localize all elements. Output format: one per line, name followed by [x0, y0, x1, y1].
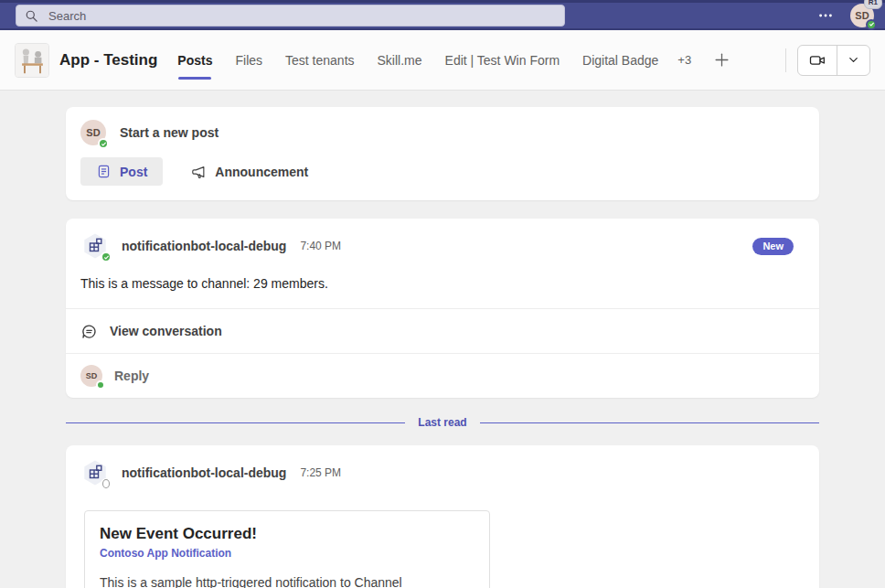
add-tab-button[interactable] — [714, 52, 730, 68]
card-body: This is a sample http-triggered notifica… — [100, 575, 474, 588]
chevron-down-icon — [847, 53, 860, 67]
start-new-post[interactable]: SD Start a new post — [80, 120, 805, 145]
meet-dropdown-button[interactable] — [837, 46, 869, 75]
meet-split-button — [797, 45, 870, 76]
view-conversation-label: View conversation — [110, 324, 222, 338]
author-name[interactable]: notificationbot-local-debug — [122, 465, 286, 480]
header-divider — [785, 48, 786, 72]
posts-feed: SD Start a new post Post Announ — [0, 91, 885, 588]
presence-available-icon — [98, 138, 109, 149]
tab-skill-me[interactable]: Skill.me — [378, 53, 422, 68]
plus-icon — [714, 52, 730, 68]
video-camera-icon — [808, 51, 826, 69]
last-read-divider: Last read — [66, 416, 819, 429]
team-avatar-image — [16, 44, 48, 77]
top-bar: SD R1 — [0, 0, 885, 30]
tab-digital-badge[interactable]: Digital Badge — [582, 53, 658, 68]
bot-avatar[interactable] — [80, 231, 110, 261]
view-conversation-button[interactable]: View conversation — [66, 309, 819, 353]
channel-header: App - Testing Posts Files Test tenants S… — [0, 30, 885, 91]
more-options-button[interactable] — [816, 5, 836, 26]
avatar-initials: SD — [855, 10, 869, 21]
divider-line — [480, 422, 819, 423]
timestamp: 7:40 PM — [300, 240, 341, 252]
card-title: New Event Occurred! — [100, 525, 474, 543]
megaphone-icon — [190, 164, 207, 180]
presence-unknown-icon — [101, 478, 112, 489]
author-name[interactable]: notificationbot-local-debug — [122, 239, 286, 253]
timestamp: 7:25 PM — [300, 466, 341, 479]
last-read-label: Last read — [418, 416, 466, 429]
post-type-button[interactable]: Post — [80, 157, 163, 186]
compose-prompt: Start a new post — [120, 125, 219, 140]
avatar-initials: SD — [86, 371, 98, 380]
chat-bubble-icon — [80, 323, 98, 340]
compose-avatar: SD — [80, 120, 106, 145]
post-message: This is a message to channel: 29 members… — [66, 261, 819, 308]
avatar-initials: SD — [86, 127, 100, 138]
more-icon — [817, 7, 834, 24]
presence-available-icon — [101, 251, 112, 262]
reply-avatar: SD — [80, 365, 102, 387]
presence-available-icon — [866, 19, 877, 30]
tab-bar: Posts Files Test tenants Skill.me Edit |… — [177, 52, 730, 68]
search-box[interactable] — [16, 5, 565, 27]
reply-label: Reply — [114, 369, 149, 383]
tab-test-tenants[interactable]: Test tenants — [285, 53, 355, 68]
presence-available-icon — [96, 380, 105, 390]
compose-card: SD Start a new post Post Announ — [66, 107, 819, 200]
reply-button[interactable]: SD Reply — [66, 354, 819, 398]
divider-line — [66, 422, 405, 423]
search-input[interactable] — [47, 8, 556, 24]
post-card: notificationbot-local-debug 7:25 PM New … — [66, 445, 819, 588]
announcement-type-button[interactable]: Announcement — [187, 157, 312, 186]
tab-files[interactable]: Files — [235, 53, 262, 68]
post-note-icon — [96, 164, 112, 179]
meet-button[interactable] — [798, 46, 837, 75]
card-app-name[interactable]: Contoso App Notification — [100, 547, 474, 560]
bot-avatar[interactable] — [80, 458, 110, 487]
tab-posts[interactable]: Posts — [177, 53, 212, 68]
tab-edit-test-win-form[interactable]: Edit | Test Win Form — [445, 53, 560, 68]
new-badge: New — [752, 238, 794, 255]
adaptive-card: New Event Occurred! Contoso App Notifica… — [84, 510, 490, 588]
search-icon — [25, 9, 38, 23]
page-title: App - Testing — [59, 51, 157, 69]
post-card: notificationbot-local-debug 7:40 PM New … — [66, 219, 819, 398]
tab-overflow-button[interactable]: +3 — [677, 53, 691, 67]
team-avatar[interactable] — [15, 43, 49, 78]
ring-badge: R1 — [864, 0, 882, 9]
